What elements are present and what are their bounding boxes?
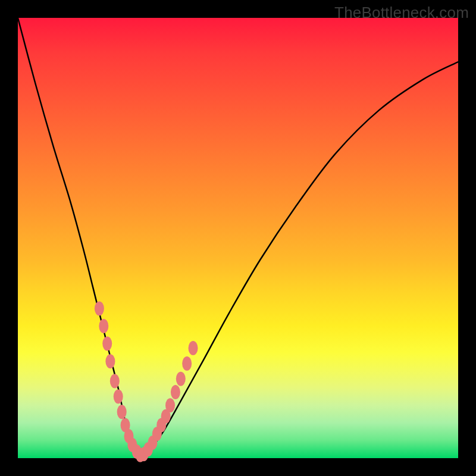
bead-marker <box>176 372 186 386</box>
bead-marker <box>189 341 198 355</box>
curve-overlay <box>18 18 458 458</box>
bead-marker <box>102 337 112 351</box>
bead-marker <box>95 301 104 315</box>
bead-marker <box>110 374 120 389</box>
bead-marker <box>165 398 175 412</box>
bottleneck-curve <box>18 18 458 458</box>
plot-area <box>18 18 458 458</box>
bead-marker <box>105 354 115 368</box>
bead-marker <box>117 405 127 419</box>
bead-cluster <box>95 301 198 462</box>
bead-marker <box>182 356 192 371</box>
chart-frame: TheBottleneck.com <box>0 0 476 476</box>
bead-marker <box>171 385 180 399</box>
watermark-text: TheBottleneck.com <box>334 4 469 22</box>
bead-marker <box>114 389 123 403</box>
bead-marker <box>99 319 108 333</box>
